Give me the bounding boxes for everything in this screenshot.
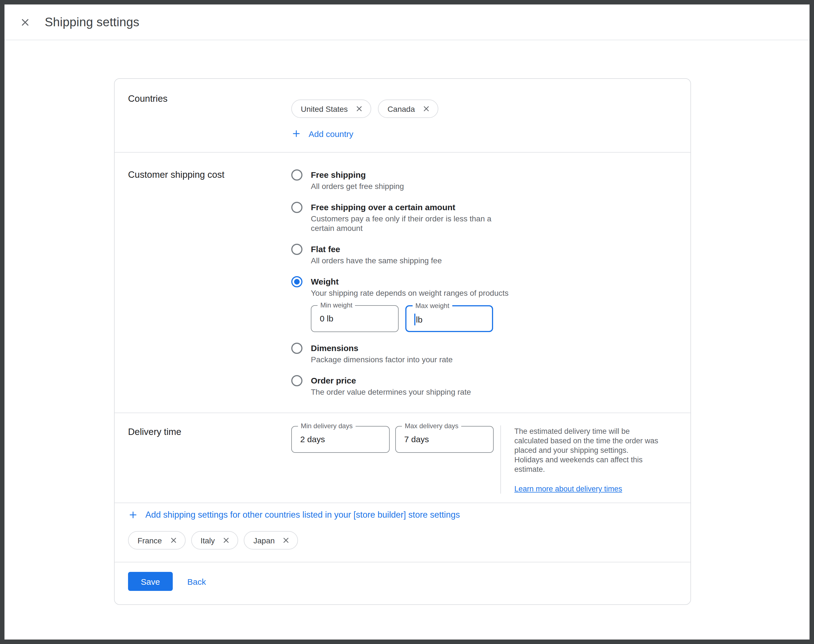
chip-label: United States <box>301 104 348 113</box>
other-country-chip-row: France Italy Japan <box>128 531 677 549</box>
option-dimensions: Dimensions Package dimensions factor int… <box>291 343 517 365</box>
option-title: Free shipping over a certain amount <box>311 202 517 212</box>
chip-label: Canada <box>388 104 415 113</box>
delivery-time-note: The estimated delivery time will be calc… <box>500 425 677 494</box>
chip-label: Japan <box>253 536 275 545</box>
max-delivery-days-field[interactable]: Max delivery days 7 days <box>395 426 494 453</box>
countries-label: Countries <box>128 92 291 139</box>
remove-country-icon[interactable] <box>422 104 431 113</box>
max-delivery-days-value: 7 days <box>404 434 429 444</box>
back-link[interactable]: Back <box>187 577 206 586</box>
max-weight-field[interactable]: Max weight lb <box>405 305 493 332</box>
min-delivery-days-label: Min delivery days <box>298 422 355 430</box>
radio-dimensions[interactable] <box>291 343 302 354</box>
remove-country-icon[interactable] <box>282 536 290 544</box>
save-button[interactable]: Save <box>128 572 173 591</box>
option-free-over-amount: Free shipping over a certain amount Cust… <box>291 202 517 233</box>
close-button[interactable] <box>19 16 31 28</box>
option-description: The order value determines your shipping… <box>311 387 471 397</box>
country-chip-italy: Italy <box>191 531 238 549</box>
add-country-label: Add country <box>309 129 353 138</box>
add-shipping-settings-label: Add shipping settings for other countrie… <box>146 510 460 520</box>
option-title: Free shipping <box>311 170 404 180</box>
min-delivery-days-field[interactable]: Min delivery days 2 days <box>291 426 390 453</box>
remove-country-icon[interactable] <box>169 536 178 544</box>
min-weight-field[interactable]: Min weight 0 lb <box>311 305 399 332</box>
add-country-button[interactable]: Add country <box>291 129 438 139</box>
remove-country-icon[interactable] <box>222 536 231 544</box>
close-icon <box>20 17 31 28</box>
option-description: All orders have the same shipping fee <box>311 256 442 265</box>
option-title: Weight <box>311 277 509 287</box>
radio-order-price[interactable] <box>291 375 302 386</box>
note-line: placed and your shipping settings. <box>514 446 677 455</box>
text-cursor <box>414 314 415 325</box>
radio-flat-fee[interactable] <box>291 244 302 255</box>
option-title: Flat fee <box>311 244 442 255</box>
min-weight-value: 0 lb <box>320 314 333 323</box>
chip-label: France <box>138 536 162 545</box>
footer-actions: Save Back <box>115 563 690 604</box>
remove-country-icon[interactable] <box>355 104 363 113</box>
option-title: Dimensions <box>311 343 452 353</box>
country-chip-japan: Japan <box>244 531 298 549</box>
shipping-cost-label: Customer shipping cost <box>128 168 291 397</box>
min-weight-label: Min weight <box>317 301 355 309</box>
countries-section: Countries United States Canada <box>115 79 690 153</box>
add-shipping-settings-link[interactable]: Add shipping settings for other countrie… <box>128 510 677 520</box>
delivery-time-label: Delivery time <box>128 425 291 494</box>
option-free-shipping: Free shipping All orders get free shippi… <box>291 170 517 191</box>
country-chip-row: United States Canada <box>291 100 438 118</box>
shipping-cost-section: Customer shipping cost Free shipping All… <box>115 153 690 413</box>
option-order-price: Order price The order value determines y… <box>291 376 517 397</box>
weight-fields-row: Min weight 0 lb Max weight lb <box>311 305 509 332</box>
radio-free-over-amount[interactable] <box>291 202 302 213</box>
page-title: Shipping settings <box>45 15 139 29</box>
note-line: The estimated delivery time will be <box>514 426 677 436</box>
option-description: All orders get free shipping <box>311 182 404 191</box>
plus-icon <box>291 129 301 139</box>
dialog-window: Shipping settings Countries United State… <box>0 0 814 644</box>
max-weight-label: Max weight <box>412 302 452 310</box>
note-line: estimate. <box>514 465 677 474</box>
note-line: calculated based on the time the order w… <box>514 436 677 446</box>
radio-free-shipping[interactable] <box>291 169 302 181</box>
country-chip-canada: Canada <box>378 100 438 118</box>
option-description: Package dimensions factor into your rate <box>311 355 452 365</box>
plus-icon <box>128 510 138 520</box>
max-weight-value: lb <box>416 315 422 324</box>
delivery-time-section: Delivery time Min delivery days 2 days M… <box>115 413 690 503</box>
option-title: Order price <box>311 376 471 386</box>
country-chip-france: France <box>128 531 185 549</box>
option-weight: Weight Your shipping rate depends on wei… <box>291 277 517 332</box>
note-line: Holidays and weekends can affect this <box>514 455 677 465</box>
country-chip-united-states: United States <box>291 100 371 118</box>
delivery-fields-row: Min delivery days 2 days Max delivery da… <box>291 426 494 453</box>
radio-weight-selected[interactable] <box>291 276 302 287</box>
learn-more-delivery-times-link[interactable]: Learn more about delivery times <box>514 485 622 493</box>
max-delivery-days-label: Max delivery days <box>402 422 461 430</box>
option-description: Customers pay a fee only if their order … <box>311 214 517 233</box>
dialog-header: Shipping settings <box>5 5 809 40</box>
option-flat-fee: Flat fee All orders have the same shippi… <box>291 244 517 265</box>
shipping-settings-card: Countries United States Canada <box>114 78 691 605</box>
other-countries-section: Add shipping settings for other countrie… <box>115 503 690 563</box>
min-delivery-days-value: 2 days <box>300 434 325 444</box>
chip-label: Italy <box>201 536 215 545</box>
option-description: Your shipping rate depends on weight ran… <box>311 288 509 298</box>
